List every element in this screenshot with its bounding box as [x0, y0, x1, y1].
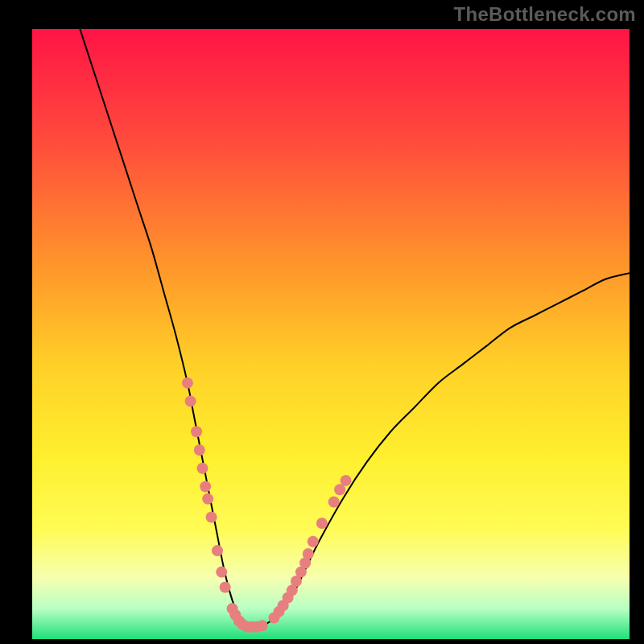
data-marker: [202, 493, 213, 505]
data-marker: [194, 444, 205, 456]
data-marker: [182, 378, 193, 389]
data-marker: [200, 481, 211, 493]
data-marker: [257, 620, 268, 631]
data-marker: [206, 511, 217, 522]
chart-background: [32, 29, 630, 639]
data-marker: [196, 463, 208, 474]
bottleneck-chart: [32, 29, 630, 639]
data-marker: [220, 582, 231, 593]
chart-area: [32, 29, 630, 639]
data-marker: [191, 426, 202, 437]
data-marker: [216, 567, 227, 578]
data-marker: [303, 548, 314, 559]
data-marker: [212, 545, 223, 556]
data-marker: [341, 475, 352, 486]
data-marker: [328, 496, 340, 507]
data-marker: [185, 395, 196, 407]
watermark-text: TheBottleneck.com: [454, 3, 636, 26]
app-frame: TheBottleneck.com: [0, 0, 644, 644]
data-marker: [316, 518, 328, 529]
data-marker: [308, 536, 319, 547]
